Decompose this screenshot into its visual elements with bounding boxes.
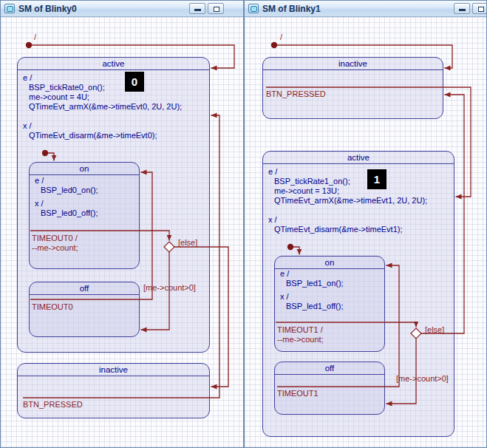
entry-action: BSP_led1_on(); bbox=[286, 279, 344, 288]
entry-label: e / bbox=[35, 176, 44, 186]
window-title: SM of Blinky0 bbox=[18, 4, 77, 14]
state-name: on bbox=[275, 257, 384, 269]
state-name: active bbox=[18, 58, 209, 70]
state-name: on bbox=[30, 163, 139, 175]
initial-state-dot[interactable] bbox=[26, 42, 32, 48]
exit-action: QTimeEvt_disarm(&me->timeEvt1); bbox=[274, 225, 403, 234]
restore-icon bbox=[214, 7, 219, 12]
state-name: inactive bbox=[18, 364, 209, 376]
window-blinky1: SM of Blinky1 inactive active on off bbox=[244, 0, 487, 448]
transition-trigger-label: BTN_PRESSED bbox=[266, 89, 326, 99]
window-title: SM of Blinky1 bbox=[262, 4, 321, 14]
exit-action: QTimeEvt_disarm(&me->timeEvt0); bbox=[29, 131, 157, 140]
transition-trigger-label: TIMEOUT1 / bbox=[277, 325, 323, 335]
minimize-icon bbox=[194, 9, 201, 11]
guard-else-label: [else] bbox=[425, 325, 444, 335]
diagram-canvas[interactable]: inactive active on off bbox=[245, 17, 486, 447]
titlebar[interactable]: SM of Blinky1 bbox=[245, 1, 486, 17]
restore-button[interactable] bbox=[208, 3, 224, 14]
restore-button[interactable] bbox=[472, 3, 486, 14]
transition-trigger-label: TIMEOUT0 / bbox=[32, 234, 78, 243]
exit-action: BSP_led1_off(); bbox=[286, 302, 343, 311]
entry-action: BSP_tickRate1_on(); bbox=[274, 177, 350, 186]
state-name: off bbox=[30, 282, 139, 295]
state-inactive[interactable]: inactive bbox=[262, 57, 443, 119]
transition-trigger-label: TIMEOUT0 bbox=[32, 302, 73, 312]
state-inactive[interactable]: inactive bbox=[17, 363, 210, 418]
entry-action: BSP_led0_on(); bbox=[41, 186, 98, 195]
guard-count-label: [me->count>0] bbox=[143, 283, 196, 293]
statechart-icon[interactable] bbox=[4, 4, 15, 13]
state-name: active bbox=[263, 152, 454, 164]
entry-action: QTimeEvt_armX(&me->timeEvt1, 2U, 2U); bbox=[274, 196, 427, 206]
entry-action: me->count = 4U; bbox=[29, 92, 89, 102]
entry-action: me->count = 13U; bbox=[274, 186, 339, 196]
minimize-button[interactable] bbox=[454, 3, 470, 14]
exit-action: BSP_led0_off(); bbox=[41, 208, 98, 218]
transition-action-label: --me->count; bbox=[277, 335, 324, 345]
state-name: off bbox=[275, 362, 384, 375]
entry-label: e / bbox=[268, 167, 277, 177]
minimize-button[interactable] bbox=[189, 3, 205, 14]
transition-trigger-label: TIMEOUT1 bbox=[277, 389, 319, 398]
state-name: inactive bbox=[263, 58, 443, 70]
guard-else-label: [else] bbox=[178, 238, 197, 248]
statechart-icon[interactable] bbox=[248, 4, 259, 13]
initial-transition-label: / bbox=[34, 33, 36, 42]
restore-icon bbox=[478, 7, 484, 12]
entry-action: BSP_tickRate0_on(); bbox=[29, 83, 105, 92]
entry-label: e / bbox=[280, 269, 289, 279]
exit-label: x / bbox=[268, 215, 277, 225]
transition-trigger-label: BTN_PRESSED bbox=[23, 400, 83, 410]
guard-count-label: [me->count>0] bbox=[396, 374, 449, 384]
exit-label: x / bbox=[280, 292, 289, 302]
exit-label: x / bbox=[35, 199, 44, 208]
entry-label: e / bbox=[23, 73, 32, 83]
window-blinky0: SM of Blinky0 active on off inactive bbox=[0, 0, 244, 448]
state-off[interactable]: off bbox=[274, 362, 385, 415]
diagram-canvas[interactable]: active on off inactive bbox=[1, 17, 243, 447]
initial-state-dot[interactable] bbox=[271, 42, 277, 48]
submachine-badge[interactable]: 1 bbox=[367, 169, 386, 189]
transition-action-label: --me->count; bbox=[32, 243, 78, 253]
entry-action: QTimeEvt_armX(&me->timeEvt0, 2U, 2U); bbox=[29, 102, 182, 112]
titlebar[interactable]: SM of Blinky0 bbox=[1, 1, 243, 17]
submachine-badge[interactable]: 0 bbox=[125, 72, 144, 92]
initial-transition-label: / bbox=[280, 33, 282, 42]
minimize-icon bbox=[459, 9, 466, 11]
exit-label: x / bbox=[23, 121, 32, 131]
